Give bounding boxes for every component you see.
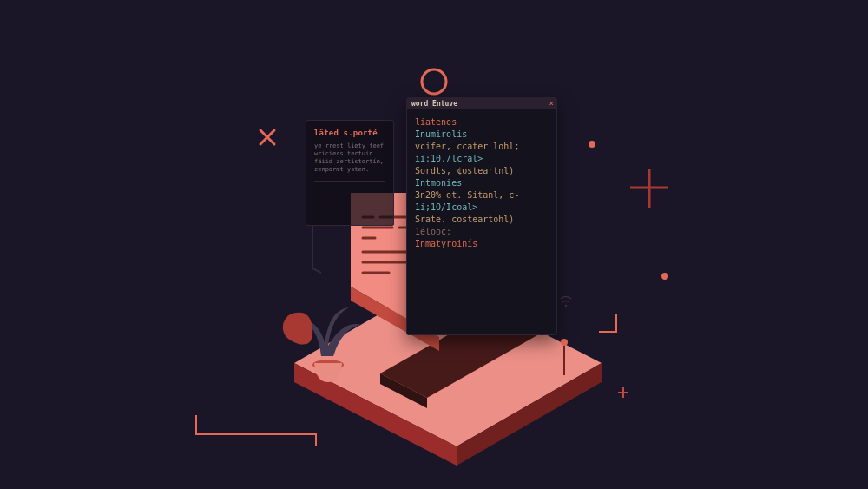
code-line: vcifer, ccater lohl;: [415, 141, 549, 153]
illustration-stage: läted s.porté ye rrest liety feef wricie…: [0, 0, 868, 489]
code-line: Inmatyroinís: [415, 238, 549, 250]
code-line: 1i;1O/Icoal>: [415, 202, 549, 214]
plus-icon: [618, 387, 628, 398]
info-panel-title: läted s.porté: [314, 129, 385, 137]
code-line: 1élooc:: [415, 226, 549, 238]
code-line: Inumirolis: [415, 129, 549, 141]
terminal-titlebar: word Entuve ×: [406, 97, 557, 109]
terminal-title: word Entuve: [411, 100, 457, 108]
terminal-body: liatenes Inumirolis vcifer, ccater lohl;…: [406, 109, 557, 257]
divider: [314, 181, 385, 182]
info-panel: läted s.porté ye rrest liety feef wricie…: [306, 120, 394, 226]
code-line: liatenes: [415, 116, 549, 129]
svg-point-24: [561, 339, 568, 346]
svg-point-25: [565, 305, 568, 307]
plus-icon: [630, 169, 668, 208]
circle-outline-icon: [422, 69, 446, 94]
bracket-icon: [599, 314, 616, 332]
info-panel-body: ye rrest liety feef wriciers tertuin. fä…: [314, 142, 385, 174]
code-line: 3n20% ot. Sitanl, c-: [415, 189, 549, 202]
code-line: Srate. costeartohl): [415, 214, 549, 226]
code-line: ii:10./lcral>: [415, 153, 549, 165]
svg-point-16: [422, 69, 446, 94]
wifi-icon: [561, 297, 571, 307]
close-icon[interactable]: ×: [549, 100, 554, 107]
code-line: Sordts, ¢osteartnl): [415, 165, 549, 177]
x-icon: [260, 130, 274, 144]
terminal-window: word Entuve × liatenes Inumirolis vcifer…: [406, 97, 557, 335]
panel-connector: [312, 226, 321, 273]
code-line: Intmonies: [415, 177, 549, 189]
connector-line: [196, 415, 316, 446]
dot-icon: [589, 141, 595, 148]
dot-icon: [661, 273, 668, 280]
